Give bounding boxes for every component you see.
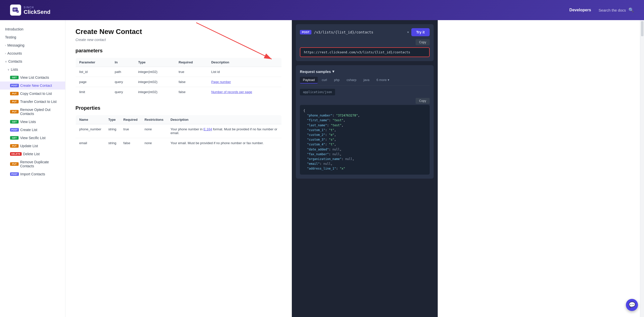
logo-text: SINCH ClickSend xyxy=(24,5,50,15)
tab-java[interactable]: java xyxy=(360,77,373,84)
logo-area: SINCH ClickSend xyxy=(10,5,50,16)
endpoint-path: /v3/lists/{list_id}/contacts xyxy=(314,30,405,34)
sidebar-item-testing[interactable]: Testing xyxy=(0,33,65,41)
prop-required: false xyxy=(120,138,141,148)
chevron-right-icon: › xyxy=(5,52,6,55)
sidebar-item-create-list[interactable]: POST Create List xyxy=(0,126,65,134)
search-label: Search the docs xyxy=(599,8,626,12)
sidebar-item-label: View List Contacts xyxy=(20,75,49,80)
put-badge: PUT xyxy=(10,92,19,95)
post-badge: POST xyxy=(10,84,19,87)
logo-icon xyxy=(10,5,21,16)
put-badge: PUT xyxy=(10,100,19,103)
sidebar-item-accounts[interactable]: › Accounts xyxy=(0,49,65,57)
code-value: "test" xyxy=(331,124,341,127)
post-badge: POST xyxy=(10,128,19,132)
col-required: Required xyxy=(175,58,208,67)
sidebar-item-messaging[interactable]: › Messaging xyxy=(0,41,65,49)
samples-heading: Request samples xyxy=(300,69,331,74)
col-in: In xyxy=(111,58,135,67)
code-value: "3724763278" xyxy=(336,114,358,117)
tab-payload[interactable]: Payload xyxy=(300,77,318,84)
param-type: integer(int32) xyxy=(135,87,175,97)
sidebar-item-label: Testing xyxy=(5,35,16,39)
sidebar-item-remove-duplicate[interactable]: PUT Remove Duplicate Contacts xyxy=(0,158,65,170)
sidebar-item-update-list[interactable]: PUT Update List xyxy=(0,142,65,150)
sidebar-item-transfer-contact[interactable]: PUT Transfer Contact to List xyxy=(0,98,65,106)
col-name: Name xyxy=(76,115,105,124)
e164-link[interactable]: E.164 xyxy=(204,127,212,131)
col-description: Description xyxy=(208,58,282,67)
sidebar-item-remove-opted-out[interactable]: PUT Remove Opted Out Contacts xyxy=(0,106,65,118)
parameters-heading: parameters xyxy=(75,48,282,54)
endpoint-url: https://rest.clicksend.com/v3/lists/{lis… xyxy=(300,47,430,57)
code-key: "address_line_1" xyxy=(307,167,336,170)
page-number-link[interactable]: Page number xyxy=(211,80,231,84)
parameters-table: Parameter In Type Required Description l… xyxy=(75,58,282,97)
prop-name: email xyxy=(76,138,105,148)
page-subtitle: Create new contact xyxy=(75,38,282,42)
prop-description: Your email. Must be provided if no phone… xyxy=(167,138,282,148)
records-per-page-link[interactable]: Number of records per page xyxy=(211,90,252,94)
delete-badge: DELETE xyxy=(10,152,22,156)
sidebar-item-label: Transfer Contact to List xyxy=(20,100,57,104)
chat-icon: 💬 xyxy=(629,302,635,308)
developers-link[interactable]: Developers xyxy=(569,8,591,12)
try-it-button[interactable]: Try it xyxy=(411,28,430,36)
properties-table: Name Type Required Restrictions Descript… xyxy=(75,115,282,148)
sidebar-item-create-new-contact[interactable]: POST Create New Contact xyxy=(0,82,65,90)
sidebar-item-delete-list[interactable]: DELETE Delete List xyxy=(0,150,65,158)
sidebar-item-label: Create New Contact xyxy=(20,84,52,88)
code-key: "custom_2" xyxy=(307,133,325,137)
code-value: null xyxy=(333,152,340,156)
code-value: "s" xyxy=(329,138,334,141)
sidebar-item-view-list-contacts[interactable]: GET View List Contacts xyxy=(0,73,65,82)
post-method-badge: POST xyxy=(300,30,311,34)
put-badge: PUT xyxy=(10,144,19,148)
tab-php[interactable]: php xyxy=(331,77,343,84)
tab-curl[interactable]: curl xyxy=(319,77,330,84)
prop-description: Your phone number in E.164 format. Must … xyxy=(167,124,282,138)
code-key: "organization_name" xyxy=(307,157,341,161)
sidebar-item-copy-contact[interactable]: PUT Copy Contact to List xyxy=(0,90,65,98)
col-parameter: Parameter xyxy=(76,58,111,67)
search-icon[interactable]: 🔍 xyxy=(628,7,634,13)
code-value: "x" xyxy=(340,167,345,170)
param-required: false xyxy=(175,77,208,87)
param-name: limit xyxy=(76,87,111,97)
param-type: integer(int32) xyxy=(135,67,175,77)
sidebar-item-import-contacts[interactable]: POST Import Contacts xyxy=(0,170,65,178)
header: SINCH ClickSend Developers Search the do… xyxy=(0,0,644,20)
prop-restrictions: none xyxy=(141,124,167,138)
chat-button[interactable]: 💬 xyxy=(626,299,638,311)
put-badge: PUT xyxy=(10,110,19,113)
sidebar-item-label: Remove Opted Out Contacts xyxy=(20,108,60,116)
copy-url-button[interactable]: Copy xyxy=(416,39,430,45)
sidebar-item-view-specific-list[interactable]: GET View Secific List xyxy=(0,134,65,142)
tab-more[interactable]: 6 more ▾ xyxy=(374,77,392,84)
code-value: null xyxy=(345,157,352,161)
table-row: email string false none Your email. Must… xyxy=(76,138,282,148)
copy-sample-button[interactable]: Copy xyxy=(416,98,430,104)
code-value: null xyxy=(323,162,331,166)
code-key: "fax_number" xyxy=(307,152,329,156)
code-key: "custom_3" xyxy=(307,138,325,141)
sidebar-item-contacts[interactable]: ∨ Contacts xyxy=(0,57,65,65)
endpoint-box: POST /v3/lists/{list_id}/contacts ▾ Try … xyxy=(296,24,434,61)
chevron-right-icon: › xyxy=(5,44,6,47)
tab-csharp[interactable]: csharp xyxy=(344,77,359,84)
sidebar-item-view-lists[interactable]: GET View Lists xyxy=(0,118,65,126)
right-panel: POST /v3/lists/{list_id}/contacts ▾ Try … xyxy=(292,20,438,317)
get-badge: GET xyxy=(10,120,19,124)
prop-name: phone_number xyxy=(76,124,105,138)
param-description: Number of records per page xyxy=(208,87,282,97)
code-key: "last_name" xyxy=(307,124,327,127)
prop-restrictions: none xyxy=(141,138,167,148)
sidebar-item-lists[interactable]: ∨ Lists xyxy=(0,65,65,73)
code-value: "test" xyxy=(333,118,343,122)
sidebar-item-label: Create List xyxy=(20,128,37,132)
sidebar-item-introduction[interactable]: Introduction xyxy=(0,25,65,33)
param-in: path xyxy=(111,67,135,77)
prop-type: string xyxy=(105,138,120,148)
search-area[interactable]: Search the docs 🔍 xyxy=(599,7,634,13)
